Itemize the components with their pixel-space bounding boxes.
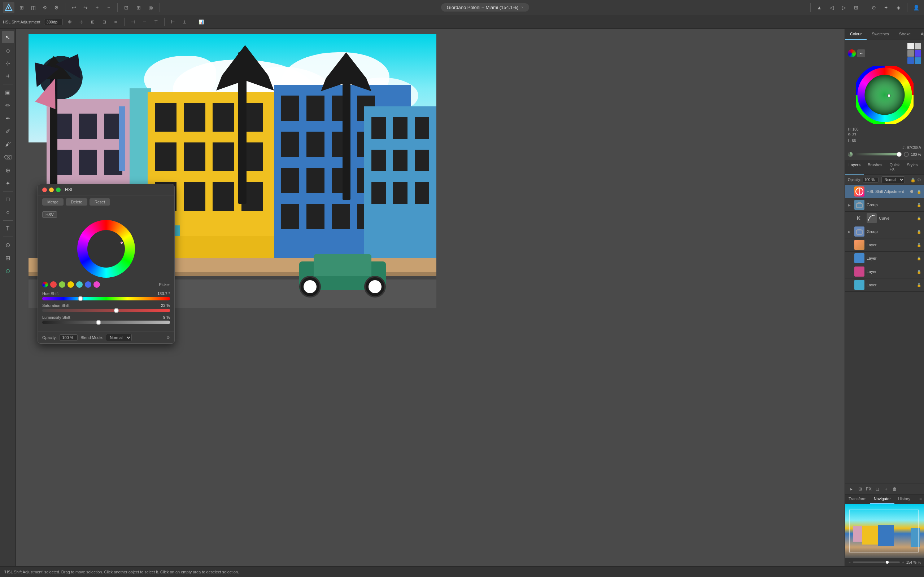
hue-slider-thumb[interactable] — [78, 296, 83, 301]
settings-icon[interactable]: ⚙ — [40, 3, 50, 13]
layer-mask-icon[interactable]: ◻ — [874, 485, 881, 493]
dist-horiz-icon[interactable]: ⊢ — [168, 17, 178, 27]
main-color-wheel[interactable] — [856, 66, 914, 124]
plus-icon[interactable]: ＋ — [92, 3, 102, 13]
swatch-mgray[interactable] — [908, 50, 914, 56]
layer-item-1[interactable]: Layer 🔒 — [845, 239, 924, 252]
minus-icon[interactable]: － — [103, 3, 114, 13]
layers-menu-icon[interactable]: ≡ — [921, 160, 924, 174]
swatch-teal[interactable] — [76, 281, 82, 288]
brush-tool[interactable]: 🖌 — [2, 138, 14, 150]
blend-settings-icon[interactable]: ⚙ — [166, 335, 170, 340]
close-tab-icon[interactable]: × — [521, 5, 523, 10]
swatch-purple[interactable] — [914, 50, 921, 56]
blend-mode-select[interactable]: Normal Multiply Screen — [106, 334, 132, 341]
persona2-icon[interactable]: ✦ — [881, 3, 891, 13]
zoom-slider-track[interactable] — [853, 561, 900, 563]
tab-history[interactable]: History — [894, 495, 914, 504]
swatch-green[interactable] — [59, 281, 65, 288]
layer-lock-l3[interactable]: 🔒 — [917, 270, 921, 274]
transform-tool[interactable]: ⊹ — [2, 57, 14, 69]
snap-icon[interactable]: ⌗ — [111, 17, 121, 27]
canvas-area[interactable]: HSL Merge Delete Reset HSV — [16, 29, 845, 566]
align-center-icon[interactable]: ⊢ — [140, 17, 149, 27]
tab-transform[interactable]: Transform — [845, 495, 870, 504]
hsl-color-wheel[interactable] — [77, 220, 135, 278]
text-tool[interactable]: T — [2, 222, 14, 235]
layer-lock-curve[interactable]: 🔒 — [917, 216, 921, 220]
node-tool[interactable]: ◇ — [2, 44, 14, 56]
layout-icon[interactable]: ⊞ — [851, 3, 861, 13]
opacity-lock-icon[interactable] — [904, 152, 909, 157]
clone-tool[interactable]: ⊕ — [2, 164, 14, 176]
preferences-icon[interactable]: ⚙ — [51, 3, 61, 13]
layer-expand-icon[interactable]: ▸ — [848, 485, 855, 493]
chart-icon[interactable]: 📊 — [197, 17, 206, 27]
navigator-thumbnail-area[interactable] — [845, 504, 924, 558]
zoom-plus-icon[interactable]: ＋ — [901, 560, 905, 565]
snapping-icon[interactable]: ◎ — [146, 3, 156, 13]
swatch-blue2[interactable] — [908, 57, 914, 64]
layer-fx-icon[interactable]: FX — [865, 485, 872, 493]
tab-navigator[interactable]: Navigator — [870, 495, 894, 504]
move-tool-icon[interactable]: ✙ — [65, 17, 74, 27]
layer-lock-l1[interactable]: 🔒 — [917, 243, 921, 247]
layer-lock-l2[interactable]: 🔒 — [917, 256, 921, 260]
layer-lock-l4[interactable]: 🔒 — [917, 283, 921, 287]
luminosity-slider-thumb[interactable] — [96, 320, 101, 325]
minimize-button[interactable] — [49, 187, 54, 192]
expand-arrow-group2[interactable]: ▶ — [848, 230, 852, 234]
layer-item-curve[interactable]: K Curve 🔒 — [845, 212, 924, 225]
saturation-slider-thumb[interactable] — [114, 308, 119, 313]
layer-settings-icon[interactable]: ⚙ — [917, 177, 921, 182]
pencil-tool[interactable]: ✐ — [2, 125, 14, 137]
layer-item-4[interactable]: Layer 🔒 — [845, 279, 924, 292]
tab-swatches[interactable]: Swatches — [867, 29, 894, 40]
layer-item-group1[interactable]: ▶ Group 🔒 — [845, 198, 924, 212]
delete-button[interactable]: Delete — [66, 198, 87, 206]
export-icon[interactable]: ▲ — [814, 3, 824, 13]
zoom-minus-icon[interactable]: － — [848, 560, 851, 565]
erase-tool[interactable]: ⌫ — [2, 151, 14, 163]
close-button[interactable] — [42, 187, 47, 192]
zoom-fit-icon[interactable]: ⊡ — [121, 3, 131, 13]
grid-icon[interactable]: ⊞ — [16, 3, 27, 13]
tab-stroke[interactable]: Stroke — [894, 29, 916, 40]
layers-opacity-input[interactable] — [863, 177, 879, 182]
layer-item-2[interactable]: Layer 🔒 — [845, 252, 924, 265]
layer-lock-hsl[interactable]: 🔒 — [917, 190, 921, 193]
retouch-tool[interactable]: ✦ — [2, 177, 14, 189]
layer-delete-icon[interactable]: 🗑 — [891, 485, 898, 493]
view2-icon[interactable]: ▷ — [839, 3, 849, 13]
reset-button[interactable]: Reset — [89, 198, 110, 206]
arrange-icon[interactable]: ⊞ — [134, 3, 144, 13]
pen-tool[interactable]: ✒ — [2, 112, 14, 124]
fill-tool[interactable]: ▣ — [2, 86, 14, 98]
dpi-input[interactable] — [44, 19, 63, 25]
swatch-yellow[interactable] — [68, 281, 74, 288]
swatch-ltblue[interactable] — [914, 57, 921, 64]
tab-brushes[interactable]: Brushes — [864, 160, 886, 174]
swatch-lgray[interactable] — [914, 43, 921, 49]
expand-arrow-group1[interactable]: ▶ — [848, 203, 852, 207]
alt-grid-icon[interactable]: ⊟ — [100, 17, 109, 27]
dist-vert-icon[interactable]: ⊥ — [180, 17, 189, 27]
persona3-icon[interactable]: ◈ — [893, 3, 903, 13]
swatch-mixed[interactable] — [42, 282, 48, 287]
crop-tool[interactable]: ⌗ — [2, 70, 14, 82]
nav-viewport-rect[interactable] — [849, 509, 919, 553]
rect-tool[interactable]: □ — [2, 193, 14, 206]
align-left-icon[interactable]: ⊣ — [128, 17, 137, 27]
paint-tool[interactable]: ✏ — [2, 99, 14, 111]
gradient-tool[interactable]: ⊞ — [2, 252, 14, 264]
mode-badge[interactable]: HSV — [42, 211, 57, 218]
nav-menu-icon[interactable]: ≡ — [917, 495, 924, 504]
layer-lock-icon[interactable]: 🔒 — [910, 177, 916, 182]
layer-lock-group2[interactable]: 🔒 — [917, 230, 921, 234]
layer-item-hsl[interactable]: HSL Shift Adjustment 🔒 — [845, 185, 924, 198]
color-wheel-tool[interactable]: ⊙ — [2, 265, 14, 277]
opacity-slider[interactable] — [855, 153, 901, 155]
swatch-pink[interactable] — [94, 281, 100, 288]
undo-icon[interactable]: ↩ — [69, 3, 79, 13]
ellipse-tool[interactable]: ○ — [2, 206, 14, 219]
